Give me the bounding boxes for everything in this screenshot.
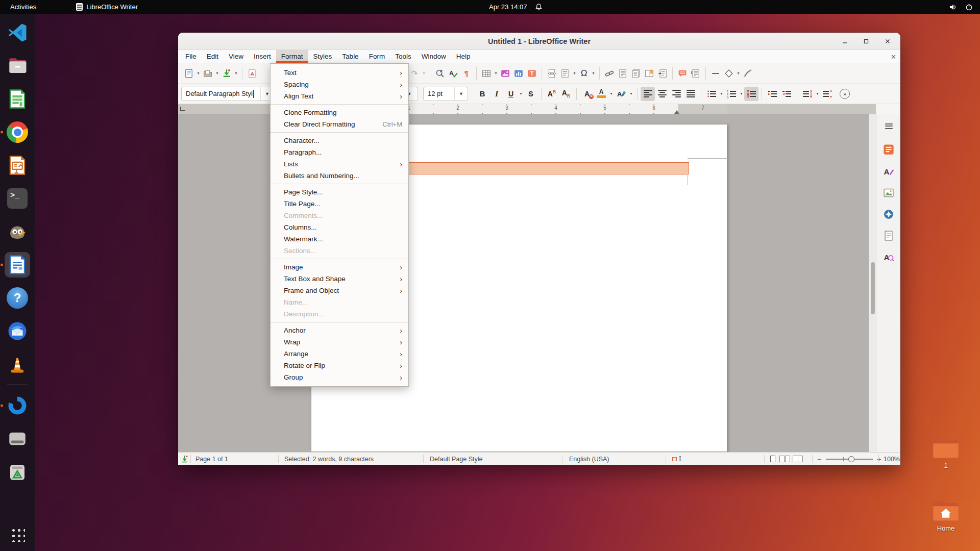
menu-item-anchor[interactable]: Anchor› [271, 324, 408, 336]
save-dropdown[interactable]: ▾ [233, 71, 239, 76]
desktop-folder-home[interactable]: Home [925, 499, 966, 532]
superscript-button[interactable]: AB [545, 87, 559, 101]
menu-item-paragraph[interactable]: Paragraph... [271, 146, 408, 158]
insert-table-button[interactable] [480, 67, 493, 80]
formatting-marks-button[interactable]: ¶ [460, 67, 473, 80]
open-dropdown[interactable]: ▾ [214, 71, 220, 76]
document-close-button[interactable]: ✕ [891, 50, 896, 63]
menu-format[interactable]: Format [276, 50, 308, 63]
show-applications-button[interactable] [5, 521, 30, 547]
font-color-dropdown[interactable]: ▾ [608, 91, 614, 96]
open-button[interactable] [201, 67, 214, 80]
new-document-button[interactable] [182, 67, 195, 80]
dock-item-libreoffice-writer[interactable] [5, 252, 30, 278]
insert-endnote-button[interactable] [629, 67, 643, 80]
clear-formatting-button[interactable]: A✕ [580, 87, 594, 101]
desktop-folder-1[interactable]: 1 [925, 436, 966, 469]
paragraph-spacing-button[interactable] [820, 87, 835, 101]
dock-item-files[interactable] [5, 53, 30, 79]
menu-view[interactable]: View [224, 50, 249, 63]
save-button[interactable] [220, 67, 233, 80]
export-pdf-button[interactable] [246, 67, 259, 80]
dock-item-software-updater[interactable] [5, 393, 30, 418]
insert-chart-button[interactable] [512, 67, 525, 80]
insert-text-box-button[interactable]: T [525, 67, 538, 80]
menu-item-page-style[interactable]: Page Style... [271, 186, 408, 198]
ordered-list-dropdown[interactable]: ▾ [739, 91, 744, 96]
sidebar-navigator-button[interactable] [881, 207, 896, 222]
menu-tools[interactable]: Tools [390, 50, 416, 63]
font-color-button[interactable]: A [594, 87, 608, 101]
highlight-color-button[interactable]: A [614, 87, 628, 101]
menu-item-group[interactable]: Group› [271, 371, 408, 383]
scrollbar-thumb[interactable] [871, 262, 875, 314]
bold-button[interactable]: B [475, 87, 489, 101]
menu-item-arrange[interactable]: Arrange› [271, 348, 408, 360]
redo-button[interactable]: ↷ [408, 67, 421, 80]
sidebar-style-inspector-button[interactable]: A [881, 249, 896, 265]
insert-field-dropdown[interactable]: ▾ [572, 71, 577, 76]
underline-dropdown[interactable]: ▾ [518, 91, 524, 96]
menu-item-wrap[interactable]: Wrap› [271, 336, 408, 348]
menu-table[interactable]: Table [337, 50, 363, 63]
dock-item-gimp[interactable] [5, 219, 30, 244]
freeform-line-button[interactable] [741, 67, 754, 80]
save-status-indicator[interactable] [181, 453, 188, 465]
menu-styles[interactable]: Styles [308, 50, 337, 63]
insert-bookmark-button[interactable] [643, 67, 656, 80]
dock-item-vlc[interactable] [5, 352, 30, 377]
subscript-button[interactable]: AB [559, 87, 573, 101]
find-replace-button[interactable] [433, 67, 447, 80]
insert-special-character-dropdown[interactable]: ▾ [591, 71, 596, 76]
menu-item-text[interactable]: Text› [271, 67, 408, 79]
clock-menu[interactable]: Apr 23 14:07 [489, 3, 543, 11]
decrease-indent-button[interactable] [779, 87, 794, 101]
menu-item-title-page[interactable]: Title Page... [271, 198, 408, 210]
menu-window[interactable]: Window [416, 50, 451, 63]
maximize-button[interactable] [861, 36, 872, 47]
sidebar-styles-button[interactable]: A [881, 164, 896, 179]
insert-mode-status[interactable]: I [672, 453, 681, 465]
unordered-list-button[interactable] [704, 87, 719, 101]
menu-item-clear-direct-formatting[interactable]: Clear Direct FormattingCtrl+M [271, 118, 408, 130]
menu-item-character[interactable]: Character... [271, 135, 408, 146]
no-list-button[interactable] [744, 87, 758, 101]
highlight-color-dropdown[interactable]: ▾ [628, 91, 634, 96]
dock-item-chrome[interactable] [5, 119, 30, 145]
system-status-area[interactable] [949, 3, 973, 11]
zoom-slider[interactable] [826, 459, 873, 460]
insert-special-character-button[interactable]: Ω [577, 67, 591, 80]
dock-item-libreoffice-impress[interactable] [5, 153, 30, 178]
strikethrough-button[interactable]: S [524, 87, 538, 101]
align-left-button[interactable] [641, 87, 655, 101]
spelling-button[interactable]: A [447, 67, 460, 80]
toolbar-more-options-button[interactable]: » [838, 87, 852, 101]
activities-button[interactable]: Activities [10, 3, 36, 11]
dock-item-help[interactable]: ? [5, 285, 30, 311]
redo-dropdown[interactable]: ▾ [421, 71, 427, 76]
sidebar-gallery-button[interactable] [881, 185, 896, 201]
dock-item-terminal[interactable]: >_ [5, 186, 30, 211]
menu-item-bullets-and-numbering[interactable]: Bullets and Numbering... [271, 170, 408, 182]
sidebar-properties-button[interactable] [881, 142, 896, 157]
menu-help[interactable]: Help [451, 50, 476, 63]
dock-item-libreoffice-calc[interactable] [5, 86, 30, 112]
insert-image-button[interactable] [499, 67, 512, 80]
word-count-status[interactable]: Selected: 2 words, 9 characters [284, 453, 374, 465]
menu-item-frame-and-object[interactable]: Frame and Object› [271, 285, 408, 296]
menu-form[interactable]: Form [364, 50, 390, 63]
single-page-view-icon[interactable] [770, 456, 775, 462]
ordered-list-button[interactable]: 123 [724, 87, 739, 101]
font-size-dropdown[interactable]: ▼ [454, 87, 468, 101]
focused-app-indicator[interactable]: LibreOffice Writer [76, 3, 138, 11]
tab-stop-selector[interactable] [180, 107, 185, 111]
insert-footnote-button[interactable] [616, 67, 629, 80]
menu-item-lists[interactable]: Lists› [271, 158, 408, 170]
italic-button[interactable]: I [489, 87, 504, 101]
align-center-button[interactable] [655, 87, 669, 101]
view-layout-switcher[interactable] [770, 453, 803, 465]
close-button[interactable] [882, 36, 893, 47]
insert-table-dropdown[interactable]: ▾ [493, 71, 499, 76]
menu-item-image[interactable]: Image› [271, 261, 408, 273]
align-right-button[interactable] [669, 87, 683, 101]
